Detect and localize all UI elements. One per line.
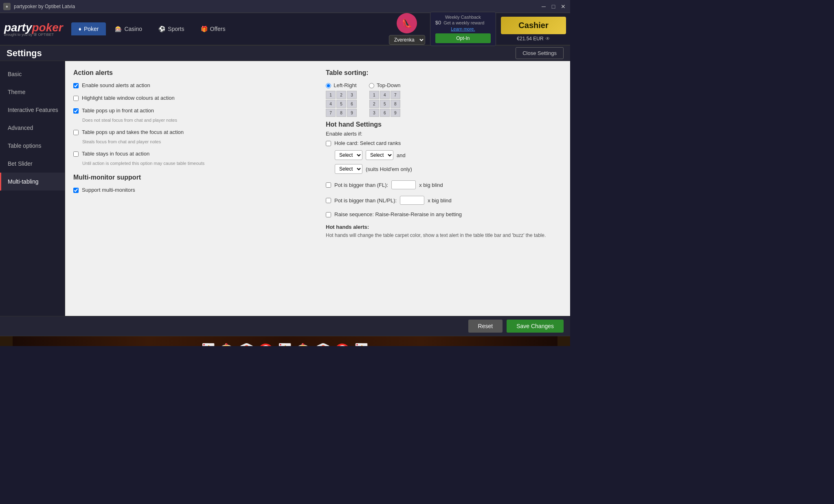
sidebar-item-multi-tabling[interactable]: Multi-tabling [0,173,65,191]
pot-fl-input[interactable] [391,180,416,189]
cashback-title: Weekly Cashback [435,15,491,20]
hole-card-label[interactable]: Hole card: Select card ranks [334,140,401,146]
casino-icon: 🎰 [115,26,122,32]
sidebar-item-theme[interactable]: Theme [0,83,65,101]
support-multi-checkbox[interactable] [73,188,79,193]
sorting-options: Left-Right 1 2 3 4 5 6 7 8 9 [326,82,562,117]
pot-fl-checkbox[interactable] [326,182,331,188]
pot-nl-label[interactable]: Pot is bigger than (NL/PL): [334,197,397,204]
sidebar-item-bet-slider[interactable]: Bet Slider [0,155,65,173]
sort-top-down-radio[interactable] [369,83,374,88]
sports-icon: ⚽ [158,26,165,32]
sidebar-item-basic[interactable]: Basic [0,65,65,83]
stay-focus-label[interactable]: Table stays in focus at action [82,151,149,157]
balance-amount: €21.54 EUR [517,36,543,42]
hole-card-select-3[interactable]: Select [335,164,362,174]
banner-cards: 🃏🎰🎲🎯🃏🎰🎲🎯🃏 [199,343,371,346]
hole-card-option: Hole card: Select card ranks Select Sele… [326,140,562,174]
title-bar: ♠ partypoker by Optibet Latvia ─ □ ✕ [0,0,570,13]
pot-fl-label[interactable]: Pot is bigger than (FL): [334,182,388,188]
cashback-amount: $0 [435,20,441,26]
nav-tabs: ♦ Poker 🎰 Casino ⚽ Sports 🎁 Offers [71,22,233,35]
highlight-colors-label[interactable]: Highlight table window colours at action [82,95,175,101]
sound-alerts-checkbox[interactable] [73,83,79,88]
cashback-box: Weekly Cashback $0 Get a weekly reward L… [430,12,496,46]
poker-icon: ♦ [79,26,81,32]
option-highlight: Highlight table window colours at action [73,95,309,101]
sort-left-right-grid: 1 2 3 4 5 6 7 8 9 [326,91,357,117]
raise-seq-label[interactable]: Raise sequence: Raise-Reraise-Reraise in… [334,211,462,217]
top-nav: partypoker brought to you by ⦿ OPTIBET ♦… [0,13,570,46]
tab-poker[interactable]: ♦ Poker [71,22,106,35]
sidebar-item-table-options[interactable]: Table options [0,137,65,155]
user-select[interactable]: Zverenka [389,35,425,45]
balance-row: €21.54 EUR 👁 [517,36,550,42]
hole-card-select-1[interactable]: Select [335,150,362,160]
sidebar: Basic Theme Interactive Features Advance… [0,61,65,316]
highlight-colors-checkbox[interactable] [73,96,79,101]
suits-label: (suits Hold'em only) [366,166,412,172]
logo: partypoker brought to you by ⦿ OPTIBET [4,21,63,37]
cashback-description: Get a weekly reward [443,20,484,25]
support-multi-label[interactable]: Support multi-monitors [82,187,135,193]
option-pop-front: Table pops up in front at action Does no… [73,107,309,123]
learn-more-link[interactable]: Learn more. [451,26,475,31]
hot-hands-alerts-block: Hot hands alerts: Hot hands will change … [326,224,562,239]
reset-button[interactable]: Reset [468,320,503,333]
content-inner: Action alerts Enable sound alerts at act… [73,69,562,245]
table-sorting-title: Table sorting: [326,69,562,77]
tab-sports[interactable]: ⚽ Sports [151,22,191,35]
tab-offers-label: Offers [210,26,226,32]
right-column: Table sorting: Left-Right 1 2 3 4 [326,69,562,245]
eye-icon[interactable]: 👁 [545,36,550,42]
bottom-bar: Reset Save Changes [0,316,570,336]
pop-focus-label[interactable]: Table pops up and takes the focus at act… [82,129,184,135]
close-settings-button[interactable]: Close Settings [516,47,564,59]
avatar: 👠 [397,13,417,33]
pop-focus-sublabel: Steals focus from chat and player notes [82,139,309,144]
action-alerts-title: Action alerts [73,69,309,77]
pop-front-sublabel: Does not steal focus from chat and playe… [82,118,309,123]
sidebar-item-interactive[interactable]: Interactive Features [0,101,65,119]
sort-top-down-grid: 1 4 7 2 5 8 3 6 9 [369,91,400,117]
pot-nl-input[interactable] [400,196,424,205]
option-pop-focus: Table pops up and takes the focus at act… [73,129,309,144]
hot-hands-alerts-desc: Hot hands will change the table carpet c… [326,232,562,239]
left-column: Action alerts Enable sound alerts at act… [73,69,309,245]
hole-card-select-2[interactable]: Select [366,150,393,160]
avatar-area: 👠 Zverenka [389,13,425,45]
and-label: and [397,152,406,158]
multi-monitor-section: Multi-monitor support Support multi-moni… [73,174,309,193]
sidebar-item-advanced[interactable]: Advanced [0,119,65,137]
tab-poker-label: Poker [84,26,99,32]
nav-right: 👠 Zverenka Weekly Cashback $0 Get a week… [389,12,566,46]
banner-content: 🃏🎰🎲🎯🃏🎰🎲🎯🃏 [13,336,557,346]
pop-front-checkbox[interactable] [73,108,79,114]
raise-seq-checkbox[interactable] [326,212,331,217]
offers-icon: 🎁 [201,26,208,32]
tab-offers[interactable]: 🎁 Offers [193,22,233,35]
minimize-btn[interactable]: ─ [540,3,547,10]
hole-card-checkbox[interactable] [326,141,331,146]
optin-button[interactable]: Opt-In [435,33,491,43]
maximize-btn[interactable]: □ [550,3,557,10]
save-changes-button[interactable]: Save Changes [507,320,564,333]
cashier-button[interactable]: Cashier [501,17,566,34]
stay-focus-sublabel: Until action is completed this option ma… [82,161,309,166]
sort-left-right-radio[interactable] [326,83,331,88]
sort-top-down-label: Top-Down [377,82,401,88]
pop-front-label[interactable]: Table pops up in front at action [82,107,154,114]
sort-top-down: Top-Down 1 4 7 2 5 8 3 6 9 [369,82,401,117]
stay-focus-checkbox[interactable] [73,151,79,157]
sort-left-right-label: Left-Right [334,82,356,88]
pot-nl-checkbox[interactable] [326,198,331,203]
hot-hands-alerts-title: Hot hands alerts: [326,224,562,230]
close-btn[interactable]: ✕ [560,3,567,10]
pop-focus-checkbox[interactable] [73,130,79,135]
pot-nl-unit: x big blind [428,197,452,204]
sound-alerts-label[interactable]: Enable sound alerts at action [82,82,150,88]
window-title: partypoker by Optibet Latvia [14,4,540,9]
tab-casino[interactable]: 🎰 Casino [108,22,149,35]
tab-sports-label: Sports [168,26,184,32]
hot-hand-section: Hot hand Settings Enable alerts if: Hole… [326,121,562,239]
